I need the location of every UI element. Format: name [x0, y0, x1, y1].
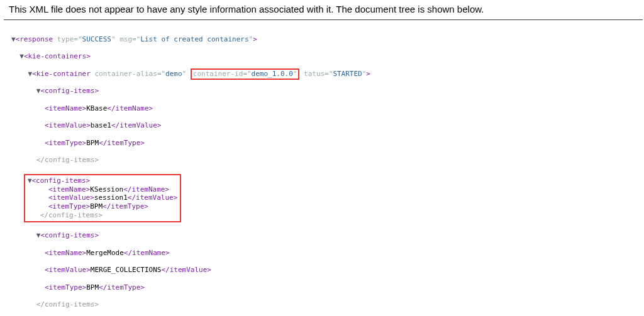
config1-type: BPM	[86, 139, 99, 147]
config-items-tag: <config-items>	[40, 87, 99, 95]
toggle-icon[interactable]: ▼	[19, 52, 24, 61]
toggle-icon[interactable]: ▼	[28, 177, 32, 185]
response-tag: <response	[16, 35, 57, 43]
config1-value: base1	[91, 121, 111, 129]
header-message: This XML file does not appear to have an…	[4, 0, 643, 20]
config2-type: BPM	[90, 202, 103, 210]
toggle-icon[interactable]: ▼	[11, 35, 16, 44]
config3-value: MERGE_COLLECTIONS	[91, 266, 162, 274]
config-items-highlight: ▼<config-items> <itemName>KSession</item…	[24, 174, 181, 222]
config3-name: MergeMode	[86, 249, 124, 257]
config2-name: KSession	[90, 185, 123, 193]
kie-containers-tag: <kie-containers>	[24, 52, 91, 60]
config2-value: session1	[94, 193, 128, 202]
kie-container-tag: <kie-container	[32, 70, 94, 78]
xml-tree: ▼<response type="SUCCESS" msg="List of c…	[0, 20, 644, 316]
container-id-highlight: container-id="demo_1.0.0"	[191, 68, 300, 80]
config1-name: KBase	[86, 104, 107, 112]
config3-type: BPM	[86, 283, 99, 291]
